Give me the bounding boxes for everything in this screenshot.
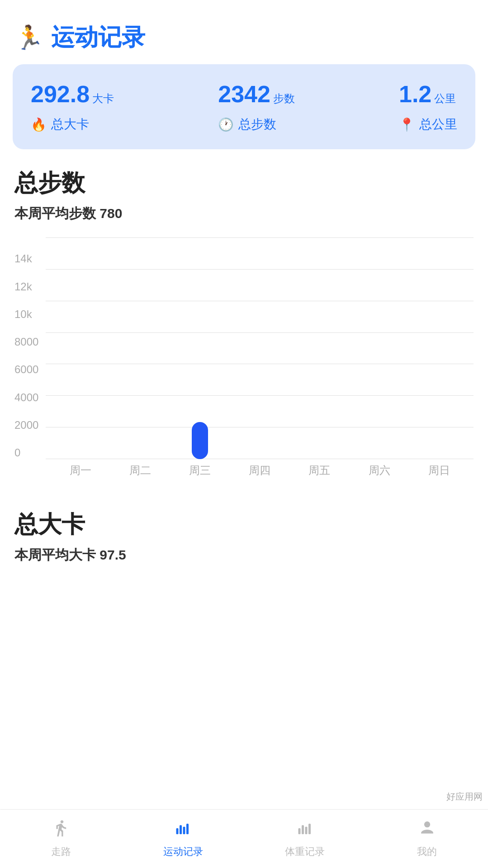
- steps-section: 总步数 本周平均步数 780 0200040006000800010k12k14…: [0, 149, 488, 491]
- nav-item-weight[interactable]: 体重记录: [244, 819, 366, 859]
- km-label: 总公里: [419, 116, 457, 133]
- steps-section-subtitle: 本周平均步数 780: [14, 204, 474, 223]
- svg-rect-4: [298, 828, 300, 834]
- x-label: 周四: [230, 459, 289, 482]
- nav-item-walk[interactable]: 走路: [0, 819, 122, 859]
- y-label: 6000: [14, 348, 38, 376]
- bar-col: [230, 237, 289, 459]
- km-value: 1.2: [399, 81, 431, 108]
- y-label: 4000: [14, 376, 38, 403]
- nav-label-weight: 体重记录: [285, 845, 325, 859]
- bar: [192, 422, 208, 459]
- header-icon: 🏃: [14, 24, 44, 52]
- x-label: 周一: [50, 459, 110, 482]
- steps-section-title: 总步数: [14, 167, 474, 199]
- nav-label-mine: 我的: [417, 845, 437, 859]
- svg-rect-6: [305, 827, 307, 835]
- exercise-icon: [174, 819, 192, 841]
- fire-icon: 🔥: [31, 117, 47, 132]
- location-icon: 📍: [399, 117, 415, 132]
- bar-col: [350, 237, 409, 459]
- x-label: 周三: [170, 459, 230, 482]
- y-label: 2000: [14, 404, 38, 432]
- page-title: 运动记录: [51, 22, 145, 53]
- svg-rect-2: [183, 827, 185, 835]
- calories-summary: 292.8 大卡 🔥 总大卡: [31, 81, 114, 133]
- x-label: 周二: [110, 459, 170, 482]
- bar-col: [289, 237, 349, 459]
- bar-col: [110, 237, 170, 459]
- calories-section: 总大卡 本周平均大卡 97.5: [0, 491, 488, 651]
- y-label: 12k: [14, 265, 38, 293]
- steps-unit: 步数: [273, 91, 295, 106]
- walk-icon: [52, 819, 70, 841]
- nav-item-exercise[interactable]: 运动记录: [122, 819, 244, 859]
- summary-card: 292.8 大卡 🔥 总大卡 2342 步数 🕐 总步数 1.2 公里 📍 总公…: [13, 64, 475, 149]
- bar-col: [170, 237, 230, 459]
- calories-section-subtitle: 本周平均大卡 97.5: [14, 546, 474, 564]
- x-label: 周六: [350, 459, 409, 482]
- y-label: 8000: [14, 321, 38, 348]
- steps-value: 2342: [218, 81, 270, 108]
- calories-section-title: 总大卡: [14, 509, 474, 541]
- km-summary: 1.2 公里 📍 总公里: [399, 81, 457, 133]
- bottom-nav: 走路 运动记录 体重记录: [0, 809, 488, 868]
- bar-col: [409, 237, 469, 459]
- svg-rect-7: [308, 824, 311, 834]
- header: 🏃 运动记录: [0, 0, 488, 64]
- km-unit: 公里: [434, 91, 456, 106]
- svg-rect-5: [302, 825, 304, 834]
- bar-col: [50, 237, 110, 459]
- calories-unit: 大卡: [92, 91, 114, 106]
- x-label: 周日: [409, 459, 469, 482]
- steps-summary: 2342 步数 🕐 总步数: [218, 81, 295, 133]
- svg-rect-0: [176, 828, 179, 834]
- svg-point-8: [424, 821, 430, 827]
- y-label: 14k: [14, 237, 38, 265]
- weight-icon: [296, 819, 314, 841]
- y-axis: 0200040006000800010k12k14k: [14, 237, 46, 482]
- calories-label: 总大卡: [51, 116, 89, 133]
- nav-item-mine[interactable]: 我的: [366, 819, 488, 859]
- x-label: 周五: [289, 459, 349, 482]
- nav-label-exercise: 运动记录: [163, 845, 203, 859]
- nav-label-walk: 走路: [51, 845, 71, 859]
- calories-value: 292.8: [31, 81, 90, 108]
- steps-chart: 0200040006000800010k12k14k 周一周二周三周四周五周六周…: [14, 237, 474, 491]
- mine-icon: [418, 819, 436, 841]
- svg-rect-3: [186, 824, 189, 834]
- steps-label: 总步数: [238, 116, 276, 133]
- watermark: 好应用网: [441, 789, 488, 805]
- y-label: 10k: [14, 293, 38, 321]
- clock-icon: 🕐: [218, 117, 234, 132]
- svg-rect-1: [180, 825, 182, 834]
- y-label: 0: [14, 432, 38, 459]
- chart-plot: 周一周二周三周四周五周六周日: [46, 237, 474, 482]
